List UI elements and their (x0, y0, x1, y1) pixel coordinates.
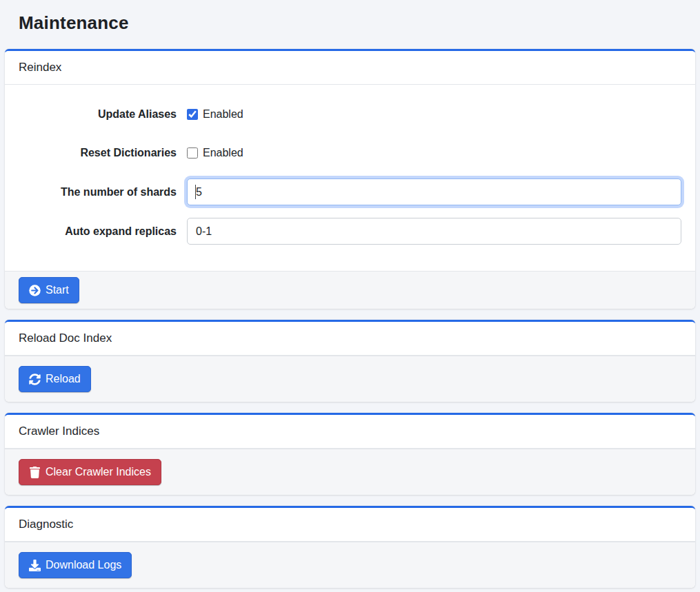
update-aliases-label: Update Aliases (19, 108, 187, 121)
number-of-shards-row: The number of shards (19, 178, 681, 205)
update-aliases-check-label: Enabled (203, 108, 243, 121)
arrow-circle-right-icon (29, 285, 41, 296)
reset-dictionaries-label: Reset Dictionaries (19, 147, 187, 159)
reindex-card-header: Reindex (5, 51, 695, 85)
page-header: Maintenance (5, 0, 695, 49)
number-of-shards-input[interactable] (187, 178, 681, 205)
update-aliases-checkbox[interactable] (187, 109, 198, 120)
diagnostic-card-title: Diagnostic (19, 518, 73, 531)
clear-crawler-indices-button[interactable]: Clear Crawler Indices (19, 459, 161, 485)
content-wrapper: Maintenance Reindex Update Aliases Enabl… (0, 0, 700, 592)
reload-doc-index-card-header: Reload Doc Index (5, 322, 695, 356)
crawler-indices-card-header: Crawler Indices (5, 415, 695, 449)
reload-doc-index-card-title: Reload Doc Index (19, 331, 112, 345)
reindex-card-title: Reindex (19, 61, 61, 74)
reload-doc-index-card-footer: Reload (5, 356, 695, 402)
sync-icon (29, 374, 41, 385)
crawler-indices-card-footer: Clear Crawler Indices (5, 449, 695, 495)
reindex-card: Reindex Update Aliases Enabled Reset Dic… (5, 49, 695, 309)
update-aliases-check-wrap: Enabled (187, 108, 243, 121)
diagnostic-card-header: Diagnostic (5, 508, 695, 542)
start-button[interactable]: Start (19, 277, 79, 303)
trash-icon (29, 467, 41, 478)
reset-dictionaries-check-label: Enabled (203, 147, 243, 159)
reload-button[interactable]: Reload (19, 366, 91, 392)
reload-button-label: Reload (46, 373, 81, 385)
download-logs-button[interactable]: Download Logs (19, 552, 132, 578)
page-title: Maintenance (19, 12, 681, 34)
reindex-card-body: Update Aliases Enabled Reset Dictionarie… (5, 85, 695, 271)
crawler-indices-card-title: Crawler Indices (19, 425, 99, 438)
diagnostic-card-footer: Download Logs (5, 542, 695, 588)
download-icon (29, 560, 41, 571)
start-button-label: Start (46, 284, 69, 296)
diagnostic-card: Diagnostic Download Logs (5, 506, 695, 588)
update-aliases-row: Update Aliases Enabled (19, 101, 681, 127)
clear-crawler-indices-button-label: Clear Crawler Indices (46, 466, 151, 478)
crawler-indices-card: Crawler Indices Clear Crawler Indices (5, 413, 695, 495)
reset-dictionaries-row: Reset Dictionaries Enabled (19, 140, 681, 166)
auto-expand-replicas-label: Auto expand replicas (19, 225, 187, 238)
auto-expand-replicas-input[interactable] (187, 218, 681, 245)
download-logs-button-label: Download Logs (46, 559, 121, 571)
auto-expand-replicas-row: Auto expand replicas (19, 218, 681, 245)
reindex-card-footer: Start (5, 271, 695, 309)
reset-dictionaries-check-wrap: Enabled (187, 147, 243, 159)
number-of-shards-label: The number of shards (19, 186, 187, 198)
reset-dictionaries-checkbox[interactable] (187, 147, 198, 159)
reload-doc-index-card: Reload Doc Index Reload (5, 320, 695, 402)
